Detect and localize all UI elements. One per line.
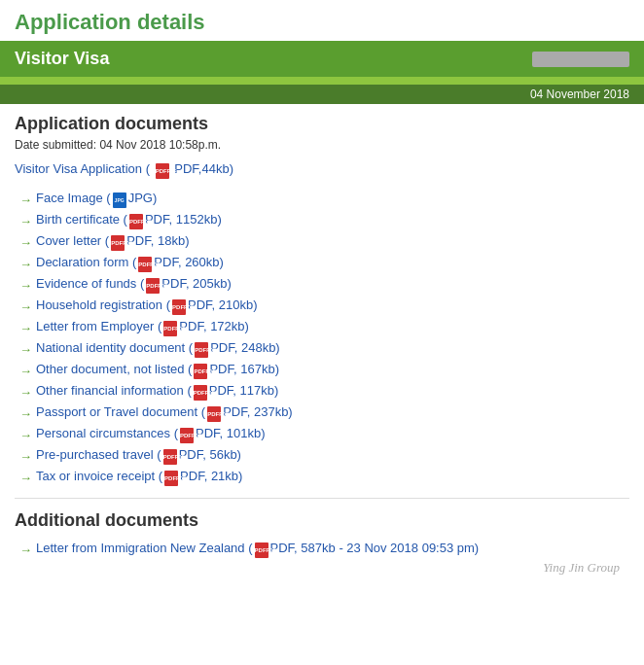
doc-name: Tax or invoice receipt [36,469,155,483]
additional-doc-list: → Letter from Immigration New Zealand (P… [15,539,629,560]
watermark: Ying Jin Group [15,560,629,576]
visa-header-placeholder [532,52,629,67]
list-item[interactable]: → Other document, not listed (PDFPDF, 16… [19,360,629,381]
doc-link[interactable]: Household registration (PDFPDF, 210kb) [36,298,258,315]
arrow-icon: → [19,214,32,228]
list-item[interactable]: → Personal circumstances (PDFPDF, 101kb) [19,424,629,445]
doc-name: Pre-purchased travel [36,447,154,462]
main-link-size: 44kb [201,161,229,176]
doc-link[interactable]: Cover letter (PDFPDF, 18kb) [36,233,189,251]
arrow-icon: → [19,235,32,250]
visa-subbar [0,77,644,85]
doc-name: Evidence of funds [36,276,136,291]
document-list: → Face Image (JPGJPG) → Birth certificat… [15,189,629,488]
jpg-icon: JPG [113,192,126,208]
arrow-icon: → [19,385,32,400]
additional-documents-section: Additional documents → Letter from Immig… [15,510,629,560]
arrow-icon: → [19,299,32,314]
pdf-icon: PDF [194,385,207,401]
main-pdf-icon: PDF [156,163,169,179]
doc-name: Passport or Travel document [36,404,197,419]
list-item[interactable]: → Household registration (PDFPDF, 210kb) [19,296,629,317]
doc-link[interactable]: Letter from Employer (PDFPDF, 172kb) [36,319,249,336]
list-item[interactable]: → Face Image (JPGJPG) [19,189,629,210]
pdf-icon: PDF [255,542,268,558]
list-item[interactable]: → Birth certificate (PDFPDF, 1152kb) [19,210,629,231]
main-link-icon: ( [146,161,150,176]
additional-documents-title: Additional documents [15,510,629,531]
pdf-icon: PDF [207,406,221,422]
doc-name: Face Image [36,191,103,205]
doc-name: Letter from Employer [36,319,154,333]
arrow-icon: → [19,449,32,464]
list-item[interactable]: → Cover letter (PDFPDF, 18kb) [19,231,629,253]
doc-link[interactable]: Other document, not listed (PDFPDF, 167k… [36,362,279,379]
list-item[interactable]: → National identity document (PDFPDF, 24… [19,338,629,360]
doc-link[interactable]: Evidence of funds (PDFPDF, 205kb) [36,276,232,294]
page-title: Application details [0,0,644,41]
doc-link[interactable]: Face Image (JPGJPG) [36,191,157,208]
main-application-link[interactable]: Visitor Visa Application ( PDF PDF,44kb) [15,159,629,181]
pdf-icon: PDF [138,257,152,272]
arrow-icon: → [19,471,32,485]
pdf-icon: PDF [129,214,143,229]
main-link-text: Visitor Visa Application [15,161,142,176]
doc-link[interactable]: Letter from Immigration New Zealand (PDF… [36,541,479,558]
section-divider [15,498,629,499]
doc-name: Declaration form [36,255,128,269]
doc-name: Letter from Immigration New Zealand [36,541,245,555]
doc-name: Other document, not listed [36,362,184,376]
doc-name: Personal circumstances [36,426,170,440]
pdf-icon: PDF [195,342,208,358]
arrow-icon: → [19,542,32,557]
doc-name: Birth certificate [36,212,120,227]
doc-link[interactable]: Tax or invoice receipt (PDFPDF, 21kb) [36,469,242,486]
arrow-icon: → [19,257,32,271]
doc-name: Household registration [36,298,162,312]
arrow-icon: → [19,428,32,442]
list-item[interactable]: → Other financial information (PDFPDF, 1… [19,381,629,402]
doc-name: National identity document [36,340,185,355]
date-submitted: Date submitted: 04 Nov 2018 10:58p.m. [15,138,629,152]
arrow-icon: → [19,321,32,335]
list-item[interactable]: → Passport or Travel document (PDFPDF, 2… [19,402,629,424]
doc-link[interactable]: Personal circumstances (PDFPDF, 101kb) [36,426,266,443]
main-link-filetype: PDF [174,161,198,176]
visa-header: Visitor Visa [0,41,644,77]
pdf-icon: PDF [111,235,125,251]
pdf-icon: PDF [163,449,177,465]
list-item[interactable]: → Declaration form (PDFPDF, 260kb) [19,253,629,274]
doc-link[interactable]: Declaration form (PDFPDF, 260kb) [36,255,224,272]
pdf-icon: PDF [180,428,194,443]
application-documents-section: Application documents Date submitted: 04… [15,114,629,488]
arrow-icon: → [19,342,32,357]
arrow-icon: → [19,192,32,207]
list-item[interactable]: → Letter from Immigration New Zealand (P… [19,539,629,560]
list-item[interactable]: → Evidence of funds (PDFPDF, 205kb) [19,274,629,296]
doc-link[interactable]: Pre-purchased travel (PDFPDF, 56kb) [36,447,241,465]
doc-link[interactable]: Birth certificate (PDFPDF, 1152kb) [36,212,222,229]
list-item[interactable]: → Letter from Employer (PDFPDF, 172kb) [19,317,629,338]
doc-link[interactable]: National identity document (PDFPDF, 248k… [36,340,280,358]
application-documents-title: Application documents [15,114,629,134]
visa-date-bar: 04 November 2018 [0,85,644,104]
arrow-icon: → [19,364,32,378]
pdf-icon: PDF [194,364,207,379]
doc-link[interactable]: Passport or Travel document (PDFPDF, 237… [36,404,293,422]
list-item[interactable]: → Pre-purchased travel (PDFPDF, 56kb) [19,445,629,467]
pdf-icon: PDF [163,321,177,336]
doc-name: Other financial information [36,383,184,398]
pdf-icon: PDF [172,299,186,315]
pdf-icon: PDF [146,278,160,294]
list-item[interactable]: → Tax or invoice receipt (PDFPDF, 21kb) [19,467,629,488]
pdf-icon: PDF [164,471,178,486]
doc-name: Cover letter [36,233,101,248]
doc-link[interactable]: Other financial information (PDFPDF, 117… [36,383,278,401]
arrow-icon: → [19,278,32,293]
arrow-icon: → [19,406,32,421]
visa-label: Visitor Visa [15,49,109,69]
